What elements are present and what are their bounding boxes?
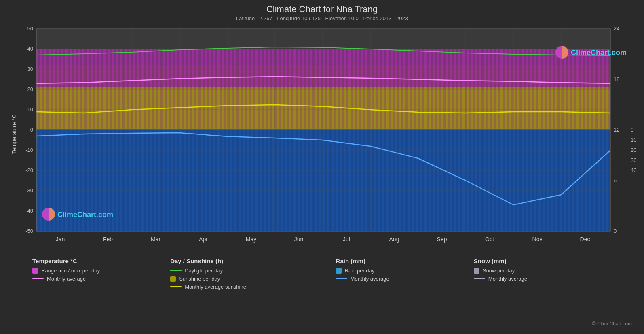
legend-sunshine-per-day: Sunshine per day <box>170 276 336 282</box>
temp-avg-swatch <box>32 278 44 279</box>
chart-title: Climate Chart for Nha Trang <box>8 4 636 15</box>
legend-snow-avg: Monthly average <box>474 276 612 282</box>
svg-text:-20: -20 <box>25 167 33 173</box>
legend-sunshine: Day / Sunshine (h) Daylight per day Suns… <box>170 257 336 292</box>
svg-text:-30: -30 <box>25 187 33 194</box>
sunshine-swatch <box>170 276 176 282</box>
legend-temp-avg-label: Monthly average <box>47 276 86 282</box>
svg-text:-40: -40 <box>25 208 33 214</box>
svg-text:12: 12 <box>614 127 619 133</box>
legend-snow-per-day: Snow per day <box>474 268 612 274</box>
main-chart-svg: 50 40 30 20 10 0 -10 -20 -30 -40 -50 Tem… <box>8 25 639 253</box>
legend-daylight: Daylight per day <box>170 268 336 274</box>
legend-snow-title: Snow (mm) <box>474 257 612 264</box>
svg-text:10: 10 <box>27 106 33 113</box>
legend-avg-sunshine-label: Monthly average sunshine <box>185 284 246 290</box>
svg-text:0: 0 <box>614 228 617 234</box>
legend-snow-avg-label: Monthly average <box>488 276 527 282</box>
legend-area: Temperature °C Range min / max per day M… <box>8 257 636 292</box>
legend-snow-label: Snow per day <box>483 268 515 274</box>
svg-text:Jun: Jun <box>294 236 304 243</box>
snow-swatch <box>474 268 479 274</box>
svg-text:Temperature °C: Temperature °C <box>11 114 17 154</box>
svg-text:Jul: Jul <box>343 236 350 243</box>
svg-text:0: 0 <box>631 127 633 133</box>
svg-text:Sep: Sep <box>437 236 447 243</box>
legend-daylight-label: Daylight per day <box>185 268 223 274</box>
snow-avg-swatch <box>474 278 485 279</box>
legend-sunshine-label: Sunshine per day <box>179 276 220 282</box>
legend-rain-title: Rain (mm) <box>336 257 474 264</box>
svg-text:24: 24 <box>614 26 619 32</box>
svg-text:ClimeChart.com: ClimeChart.com <box>57 211 113 219</box>
copyright: © ClimeChart.com <box>592 321 632 327</box>
svg-text:Oct: Oct <box>485 236 494 243</box>
svg-text:10: 10 <box>631 137 636 143</box>
svg-text:May: May <box>246 236 256 243</box>
legend-sun-title: Day / Sunshine (h) <box>170 257 336 264</box>
legend-rain-label: Rain per day <box>345 268 375 274</box>
svg-text:Dec: Dec <box>580 236 590 243</box>
svg-text:-50: -50 <box>25 228 33 234</box>
avg-sunshine-swatch <box>170 286 182 287</box>
chart-container: Climate Chart for Nha Trang Latitude 12.… <box>0 0 644 334</box>
svg-rect-12 <box>36 129 610 231</box>
svg-text:30: 30 <box>631 157 636 163</box>
svg-text:Apr: Apr <box>199 236 208 243</box>
svg-text:20: 20 <box>27 86 33 92</box>
daylight-swatch <box>170 270 182 271</box>
legend-rain-avg: Monthly average <box>336 276 474 282</box>
legend-temp-title: Temperature °C <box>32 257 170 264</box>
svg-text:50: 50 <box>27 26 33 32</box>
svg-text:6: 6 <box>614 177 617 183</box>
svg-text:20: 20 <box>631 147 636 153</box>
legend-temperature: Temperature °C Range min / max per day M… <box>32 257 170 292</box>
svg-text:Feb: Feb <box>103 236 113 243</box>
legend-rain: Rain (mm) Rain per day Monthly average <box>336 257 474 292</box>
svg-text:0: 0 <box>30 127 33 133</box>
svg-text:Mar: Mar <box>151 236 160 243</box>
svg-text:Nov: Nov <box>532 236 543 243</box>
legend-rain-per-day: Rain per day <box>336 268 474 274</box>
legend-rain-avg-label: Monthly average <box>351 276 389 282</box>
legend-temp-range: Range min / max per day <box>32 268 170 274</box>
temp-range-swatch <box>32 268 38 274</box>
svg-text:Aug: Aug <box>389 236 399 243</box>
rain-avg-swatch <box>336 278 347 279</box>
svg-text:40: 40 <box>27 46 33 52</box>
svg-text:ClimeChart.com: ClimeChart.com <box>571 49 627 57</box>
legend-snow: Snow (mm) Snow per day Monthly average <box>474 257 612 292</box>
legend-temp-range-label: Range min / max per day <box>41 268 100 274</box>
svg-text:Jan: Jan <box>56 236 65 243</box>
svg-text:18: 18 <box>614 76 619 82</box>
svg-text:40: 40 <box>631 167 636 173</box>
chart-subtitle: Latitude 12.267 - Longitude 109.135 - El… <box>8 15 636 21</box>
svg-text:30: 30 <box>27 66 33 72</box>
legend-avg-sunshine: Monthly average sunshine <box>170 284 336 290</box>
legend-temp-avg: Monthly average <box>32 276 170 282</box>
rain-swatch <box>336 268 342 274</box>
svg-rect-10 <box>36 87 610 130</box>
svg-text:-10: -10 <box>25 147 33 153</box>
